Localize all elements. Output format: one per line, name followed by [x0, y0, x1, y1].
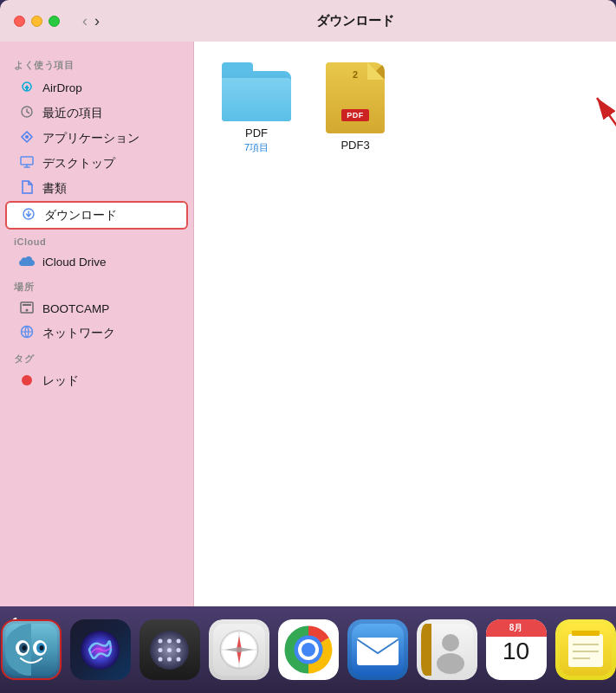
contacts-icon: [417, 619, 477, 680]
red-tag-label: レッド: [42, 373, 79, 389]
pdf-folder-subtitle: 7項目: [244, 141, 269, 154]
traffic-lights: [14, 16, 60, 27]
svg-point-26: [177, 648, 181, 652]
pdf3-file-item[interactable]: 2 PDF PDF3: [326, 62, 385, 152]
main-content: PDF 7項目 2 PDF PDF3: [194, 42, 616, 606]
bootcamp-icon: [19, 301, 35, 316]
svg-rect-45: [426, 624, 431, 676]
sidebar-item-downloads[interactable]: ダウンロード: [5, 201, 188, 230]
mail-icon: [347, 619, 408, 680]
window-title: ダウンロード: [108, 13, 602, 29]
icloud-drive-label: iCloud Drive: [42, 256, 107, 269]
svg-point-3: [25, 135, 29, 139]
downloads-icon: [21, 207, 36, 223]
svg-point-17: [22, 645, 26, 651]
icloud-icon: [19, 255, 35, 269]
dock-item-calendar[interactable]: 8月 10: [486, 619, 547, 680]
section-label-icloud: iCloud: [0, 230, 193, 250]
dock-item-notes[interactable]: [555, 619, 616, 680]
dock: 1: [0, 606, 616, 693]
chrome-icon: [278, 619, 339, 680]
section-label-favorites: よく使う項目: [0, 52, 193, 75]
svg-point-8: [26, 309, 29, 312]
calendar-icon: 8月 10: [486, 619, 547, 680]
recent-label: 最近の項目: [42, 106, 103, 121]
bootcamp-label: BOOTCAMP: [42, 302, 109, 315]
airdrop-label: AirDrop: [42, 81, 82, 94]
docs-label: 書類: [42, 181, 67, 197]
svg-point-18: [39, 645, 43, 651]
sidebar-item-network[interactable]: ネットワーク: [5, 321, 188, 346]
svg-point-47: [437, 653, 464, 674]
calendar-day: 10: [503, 637, 529, 666]
pdf-folder-item[interactable]: PDF 7項目: [222, 62, 291, 154]
network-label: ネットワーク: [42, 326, 115, 341]
svg-point-25: [167, 648, 172, 652]
svg-rect-49: [568, 634, 603, 667]
pdf-badge: PDF: [341, 109, 369, 121]
svg-rect-42: [357, 638, 399, 665]
back-button[interactable]: ‹: [81, 13, 89, 29]
svg-point-19: [81, 631, 120, 670]
svg-point-40: [302, 643, 315, 657]
calendar-month: 8月: [486, 619, 547, 637]
svg-rect-50: [572, 631, 600, 636]
sidebar: よく使う項目 AirDrop 最近の項目 アプリケーション: [0, 42, 194, 606]
svg-point-1: [26, 88, 28, 90]
dock-item-contacts[interactable]: [417, 619, 477, 680]
sidebar-item-icloud-drive[interactable]: iCloud Drive: [5, 250, 188, 274]
airdrop-icon: [19, 80, 35, 96]
downloads-label: ダウンロード: [44, 208, 117, 223]
desktop-label: デスクトップ: [42, 156, 115, 172]
recent-icon: [19, 105, 35, 121]
launchpad-icon: [139, 619, 200, 680]
titlebar: ‹ › ダウンロード: [0, 0, 616, 42]
finder-face-icon: [5, 624, 57, 676]
dock-item-mail[interactable]: [347, 619, 408, 680]
svg-point-29: [177, 657, 181, 661]
svg-point-28: [167, 657, 172, 661]
minimize-button[interactable]: [31, 16, 42, 27]
dock-item-launchpad[interactable]: [139, 619, 200, 680]
sidebar-item-docs[interactable]: 2 書類: [5, 176, 188, 201]
section-label-tags: タグ: [0, 346, 193, 369]
pdf-file-icon: 2 PDF: [326, 62, 385, 133]
finder-body: よく使う項目 AirDrop 最近の項目 アプリケーション: [0, 42, 616, 606]
sidebar-item-desktop[interactable]: デスクトップ: [5, 151, 188, 176]
sidebar-item-apps[interactable]: アプリケーション: [5, 126, 188, 151]
svg-rect-7: [23, 304, 31, 306]
svg-point-27: [159, 657, 163, 661]
sidebar-item-bootcamp[interactable]: BOOTCAMP: [5, 297, 188, 321]
folder-icon: [222, 62, 291, 121]
section-label-places: 場所: [0, 274, 193, 297]
pdf-page-number: 2: [353, 69, 358, 80]
svg-point-10: [22, 375, 32, 385]
maximize-button[interactable]: [49, 16, 60, 27]
sidebar-item-recent[interactable]: 最近の項目: [5, 100, 188, 126]
red-arrow-annotation: [567, 89, 616, 136]
apps-icon: [19, 130, 35, 146]
dock-item-safari[interactable]: [209, 619, 269, 680]
pdf-folder-name: PDF: [245, 126, 268, 139]
desktop-icon: [19, 155, 35, 172]
dock-item-finder[interactable]: [1, 619, 62, 680]
safari-icon: [209, 619, 269, 680]
svg-rect-4: [21, 157, 33, 165]
network-icon: [19, 325, 35, 341]
svg-point-46: [442, 634, 459, 651]
sidebar-item-red-tag[interactable]: レッド: [5, 369, 188, 393]
finder-window: ‹ › ダウンロード よく使う項目 AirDrop 最近の項目: [0, 0, 616, 606]
docs-icon: [19, 180, 35, 197]
dock-item-siri[interactable]: [70, 619, 131, 680]
close-button[interactable]: [14, 16, 25, 27]
nav-buttons: ‹ ›: [81, 13, 101, 29]
red-tag-icon: [19, 374, 35, 389]
dock-item-chrome[interactable]: [278, 619, 339, 680]
forward-button[interactable]: ›: [93, 13, 101, 29]
svg-point-24: [159, 648, 163, 652]
svg-point-23: [177, 638, 181, 643]
notes-icon: [555, 619, 616, 680]
svg-point-21: [159, 638, 163, 643]
pdf3-file-name: PDF3: [340, 139, 369, 152]
sidebar-item-airdrop[interactable]: AirDrop: [5, 75, 188, 100]
